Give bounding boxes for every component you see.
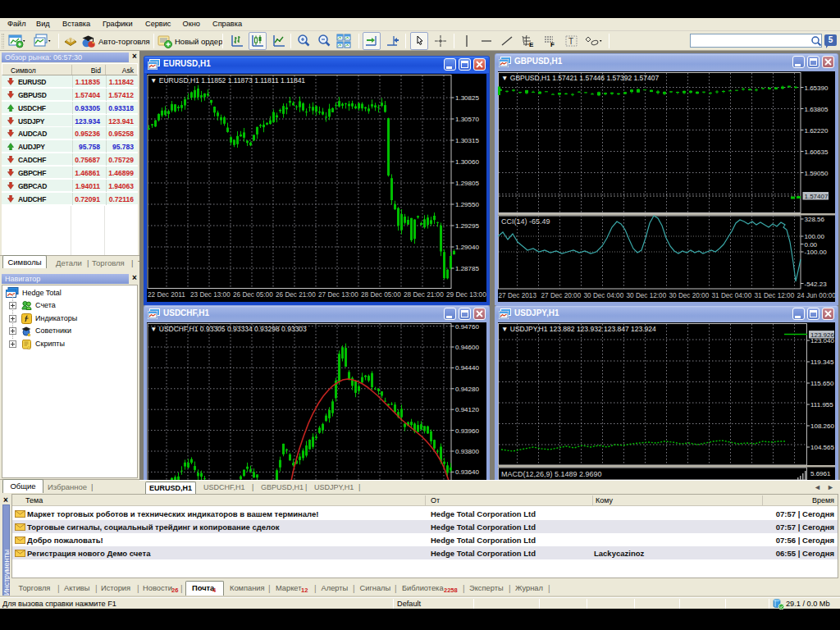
svg-text:1.30825: 1.30825 [455,94,479,102]
svg-text:1.30570: 1.30570 [455,116,479,123]
svg-text:28 Dec 05:00: 28 Dec 05:00 [361,291,401,299]
svg-text:-100.00: -100.00 [805,249,828,256]
svg-text:E: E [529,41,534,48]
svg-text:26 Dec 05:00: 26 Dec 05:00 [233,291,273,299]
svg-text:30 Dec 04:00: 30 Dec 04:00 [584,292,624,299]
svg-text:▼ EURUSD,H1 1.11852 1.11873 1: ▼ EURUSD,H1 1.11852 1.11873 1.11811 1.11… [150,76,305,84]
svg-text:28 Dec 21:00: 28 Dec 21:00 [404,291,444,299]
svg-text:31 Dec 04:00: 31 Dec 04:00 [712,292,752,299]
svg-text:1.65390: 1.65390 [805,84,829,92]
svg-text:1.29550: 1.29550 [455,201,479,208]
svg-text:1.57407: 1.57407 [805,193,829,200]
svg-text:1.29805: 1.29805 [455,180,479,187]
svg-text:30 Dec 12:00: 30 Dec 12:00 [627,292,667,299]
svg-text:0.94760: 0.94760 [455,323,479,331]
svg-text:1.62220: 1.62220 [805,127,829,135]
svg-text:0.93800: 0.93800 [455,448,479,455]
svg-text:F: F [550,41,555,48]
svg-text:▼ USDCHF,H1 0.93305 0.93334 0: ▼ USDCHF,H1 0.93305 0.93334 0.93298 0.93… [150,325,307,333]
svg-text:22 Dec 2011: 22 Dec 2011 [148,291,185,299]
svg-text:104.565: 104.565 [810,444,834,451]
svg-text:1.29295: 1.29295 [455,222,479,230]
svg-text:T: T [568,37,573,46]
svg-text:108.260: 108.260 [810,422,834,430]
svg-text:119.345: 119.345 [810,358,834,366]
svg-text:-542.23: -542.23 [805,281,828,288]
svg-text:0.94600: 0.94600 [455,344,479,351]
svg-text:CCI(14) -65.49: CCI(14) -65.49 [501,217,550,226]
svg-text:0.93960: 0.93960 [455,427,479,435]
svg-text:26 Dec 21:00: 26 Dec 21:00 [276,291,316,299]
svg-text:1.30315: 1.30315 [455,137,479,144]
svg-text:▼ GBPUSD,H1 1.57421 1.57446 1: ▼ GBPUSD,H1 1.57421 1.57446 1.57392 1.57… [501,74,660,82]
svg-text:0.00: 0.00 [805,241,818,249]
svg-text:27 Dec 13:00: 27 Dec 13:00 [318,291,358,299]
svg-text:115.650: 115.650 [810,380,834,387]
svg-text:1.63805: 1.63805 [805,106,829,113]
svg-text:31 Dec 12:00: 31 Dec 12:00 [755,292,795,299]
svg-text:328.56: 328.56 [805,216,825,223]
svg-text:23 Dec 13:00: 23 Dec 13:00 [190,291,231,299]
svg-text:24 Jun 00:00: 24 Jun 00:00 [797,292,836,299]
svg-text:0.94440: 0.94440 [455,364,479,372]
svg-text:0.93640: 0.93640 [455,468,479,476]
svg-text:5.6961: 5.6961 [810,470,831,477]
svg-text:1.28785: 1.28785 [455,265,479,272]
svg-text:1.59050: 1.59050 [805,170,829,177]
svg-text:27 Dec 2013: 27 Dec 2013 [499,292,537,299]
svg-text:30 Dec 20:00: 30 Dec 20:00 [669,292,710,299]
svg-text:29 Dec 13:00: 29 Dec 13:00 [446,291,486,299]
svg-text:0.94120: 0.94120 [455,406,479,413]
svg-text:27 Dec 20:00: 27 Dec 20:00 [541,292,582,299]
svg-text:111.955: 111.955 [810,401,833,409]
svg-text:1.30060: 1.30060 [455,158,479,166]
svg-text:123.926: 123.926 [810,331,834,339]
svg-text:1.29040: 1.29040 [455,244,479,251]
svg-text:100.00: 100.00 [805,233,825,240]
svg-text:1.60635: 1.60635 [805,148,829,156]
svg-text:▼ USDJPY,H1 123.882 123.932 1: ▼ USDJPY,H1 123.882 123.932 123.847 123.… [501,325,656,333]
svg-text:0.94280: 0.94280 [455,386,479,393]
svg-text:MACD(12,26,9) 5.1489 2.9690: MACD(12,26,9) 5.1489 2.9690 [501,470,602,478]
